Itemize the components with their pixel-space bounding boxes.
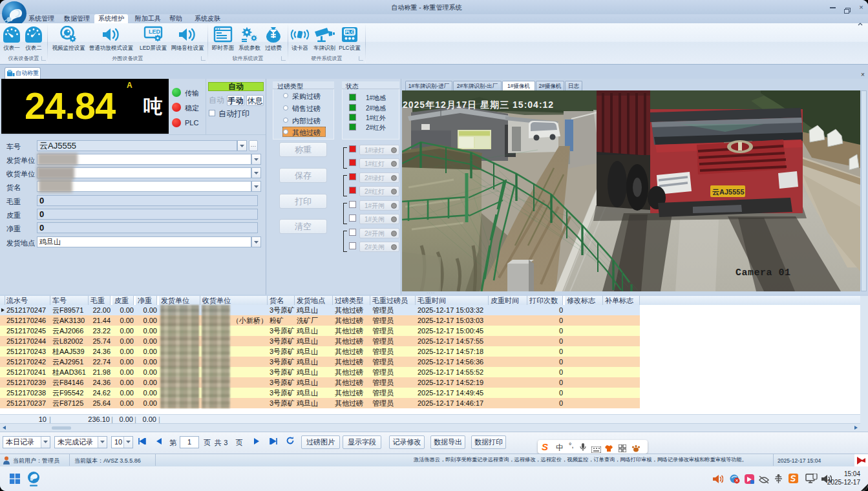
svg-text:2025年12月17日 星期三 15:04:12: 2025年12月17日 星期三 15:04:12 bbox=[403, 99, 554, 110]
svg-text:PLC: PLC bbox=[345, 30, 354, 34]
svg-text:Camera 01: Camera 01 bbox=[736, 267, 791, 278]
svg-text:云AJ5555: 云AJ5555 bbox=[712, 188, 745, 196]
svg-text:LED: LED bbox=[149, 28, 161, 35]
